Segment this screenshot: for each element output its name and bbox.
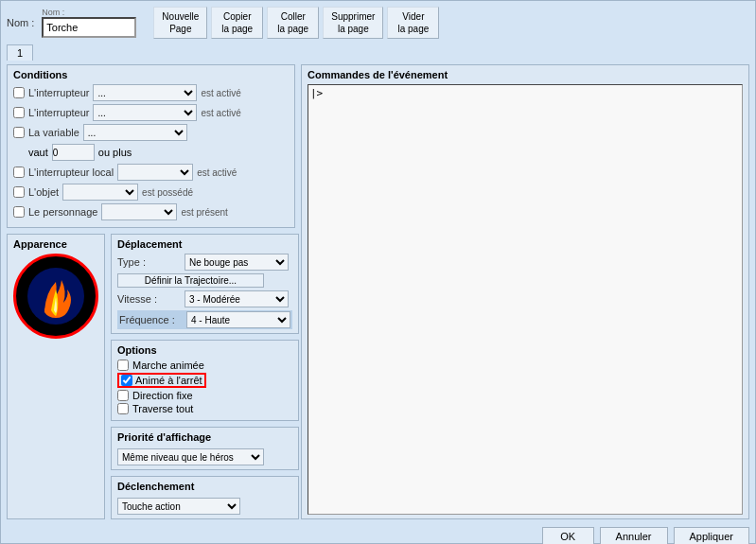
objet-label: L'objet xyxy=(28,186,59,198)
deplacement-box: Déplacement Type : Ne bouge pas Définir … xyxy=(111,234,299,334)
coller-page-button[interactable]: Coller la page xyxy=(267,7,319,39)
priorite-title: Priorité d'affichage xyxy=(117,431,292,443)
interrupteur-local-checkbox[interactable] xyxy=(13,167,25,178)
deplacement-title: Déplacement xyxy=(117,238,292,250)
marche-animee-row: Marche animée xyxy=(117,360,292,371)
declenchement-select[interactable]: Touche action xyxy=(117,498,240,515)
condition-row-3: La variable ... xyxy=(13,124,289,141)
bottom-buttons: OK Annuler Appliquer xyxy=(7,523,749,544)
appliquer-button[interactable]: Appliquer xyxy=(674,527,749,544)
type-row: Type : Ne bouge pas xyxy=(117,254,292,271)
variable-label: La variable xyxy=(28,127,79,138)
priorite-box: Priorité d'affichage Même niveau que le … xyxy=(111,427,299,470)
ok-button[interactable]: OK xyxy=(542,527,594,544)
nom-field-label: Nom : xyxy=(42,8,136,17)
page-tab-1[interactable]: 1 xyxy=(7,44,33,61)
page-tabs: 1 xyxy=(7,44,749,61)
interrupteur-local-label: L'interrupteur local xyxy=(28,167,114,178)
interrupteur2-checkbox[interactable] xyxy=(13,107,25,118)
personnage-select[interactable] xyxy=(101,203,177,220)
vaut-label: vaut xyxy=(28,147,48,158)
direction-fixe-checkbox[interactable] xyxy=(117,390,129,401)
ou-plus-label: ou plus xyxy=(98,147,132,158)
traverse-tout-checkbox[interactable] xyxy=(117,403,129,414)
frequence-row: Fréquence : 4 - Haute xyxy=(117,310,292,329)
trajectoire-row: Définir la Trajectoire... xyxy=(117,273,292,288)
declenchement-box: Déclenchement Touche action xyxy=(111,476,299,519)
apparence-title: Apparence xyxy=(13,238,98,250)
interrupteur1-status: est activé xyxy=(201,88,240,98)
personnage-label: Le personnage xyxy=(28,206,97,218)
commandes-title: Commandes de l'événement xyxy=(308,69,743,80)
anime-arret-row: Animé à l'arrêt xyxy=(117,373,292,388)
vitesse-select[interactable]: 3 - Modérée xyxy=(185,290,289,307)
variable-checkbox[interactable] xyxy=(13,127,25,138)
left-panel: Conditions L'interrupteur ... est activé… xyxy=(7,64,295,519)
supprimer-page-button[interactable]: Supprimer la page xyxy=(323,7,383,39)
interrupteur-local-select[interactable] xyxy=(117,164,193,181)
type-select[interactable]: Ne bouge pas xyxy=(185,254,289,271)
priorite-select[interactable]: Même niveau que le héros xyxy=(117,448,264,465)
conditions-box: Conditions L'interrupteur ... est activé… xyxy=(7,64,295,228)
direction-fixe-row: Direction fixe xyxy=(117,390,292,401)
interrupteur1-select[interactable]: ... xyxy=(93,84,197,101)
vitesse-row: Vitesse : 3 - Modérée xyxy=(117,290,292,307)
anime-arret-highlight: Animé à l'arrêt xyxy=(117,373,206,388)
anime-arret-label: Animé à l'arrêt xyxy=(135,375,202,386)
condition-row-6: Le personnage est présent xyxy=(13,203,289,220)
traverse-tout-row: Traverse tout xyxy=(117,403,292,414)
nom-label: Nom : xyxy=(7,17,34,28)
conditions-title: Conditions xyxy=(13,69,289,80)
marche-animee-label: Marche animée xyxy=(132,360,204,371)
content-area: Conditions L'interrupteur ... est activé… xyxy=(7,64,749,519)
main-window: Nom : Nom : Nouvelle Page Copier la page… xyxy=(0,0,756,544)
condition-row-4: L'interrupteur local est activé xyxy=(13,164,289,181)
bottom-left: Apparence xyxy=(7,234,295,519)
marche-animee-checkbox[interactable] xyxy=(117,360,129,371)
toolbar-buttons: Nouvelle Page Copier la page Coller la p… xyxy=(153,7,439,39)
vaut-input[interactable] xyxy=(52,144,95,161)
interrupteur-local-status: est activé xyxy=(197,167,237,178)
objet-checkbox[interactable] xyxy=(13,186,25,198)
personnage-checkbox[interactable] xyxy=(13,206,25,218)
objet-select[interactable] xyxy=(62,184,138,201)
interrupteur2-select[interactable]: ... xyxy=(93,104,197,121)
vitesse-label: Vitesse : xyxy=(117,293,179,305)
trajectoire-button[interactable]: Définir la Trajectoire... xyxy=(117,273,264,288)
options-box: Options Marche animée Animé à l'arrêt xyxy=(111,340,299,421)
frequence-select[interactable]: 4 - Haute xyxy=(186,311,290,328)
condition-row-2: L'interrupteur ... est activé xyxy=(13,104,289,121)
frequence-label: Fréquence : xyxy=(119,314,181,325)
declenchement-title: Déclenchement xyxy=(117,481,292,492)
objet-status: est possédé xyxy=(142,187,193,198)
direction-fixe-label: Direction fixe xyxy=(132,390,193,401)
apparence-image[interactable] xyxy=(13,254,98,339)
anime-arret-checkbox[interactable] xyxy=(121,375,132,386)
interrupteur1-label: L'interrupteur xyxy=(28,87,89,98)
commandes-box: Commandes de l'événement |> xyxy=(301,64,749,519)
nouvelle-page-button[interactable]: Nouvelle Page xyxy=(153,7,207,39)
condition-row-5: L'objet est possédé xyxy=(13,184,289,201)
options-title: Options xyxy=(117,344,292,356)
nom-input[interactable] xyxy=(42,17,136,38)
traverse-tout-label: Traverse tout xyxy=(132,403,193,414)
personnage-status: est présent xyxy=(181,207,227,218)
variable-select[interactable]: ... xyxy=(83,124,187,141)
condition-row-1: L'interrupteur ... est activé xyxy=(13,84,289,101)
flame-icon xyxy=(27,263,84,329)
annuler-button[interactable]: Annuler xyxy=(600,527,668,544)
middle-bottom: Déplacement Type : Ne bouge pas Définir … xyxy=(111,234,299,519)
right-panel: Commandes de l'événement |> xyxy=(301,64,749,519)
top-bar: Nom : Nom : Nouvelle Page Copier la page… xyxy=(7,7,749,39)
interrupteur1-checkbox[interactable] xyxy=(13,87,25,98)
vaut-row: vaut ou plus xyxy=(28,144,289,161)
type-label: Type : xyxy=(117,256,179,268)
interrupteur2-status: est activé xyxy=(201,108,240,118)
copier-page-button[interactable]: Copier la page xyxy=(211,7,263,39)
apparence-box: Apparence xyxy=(7,234,105,519)
vider-page-button[interactable]: Vider la page xyxy=(387,7,439,39)
commandes-textarea[interactable]: |> xyxy=(308,84,743,515)
interrupteur2-label: L'interrupteur xyxy=(28,107,89,118)
